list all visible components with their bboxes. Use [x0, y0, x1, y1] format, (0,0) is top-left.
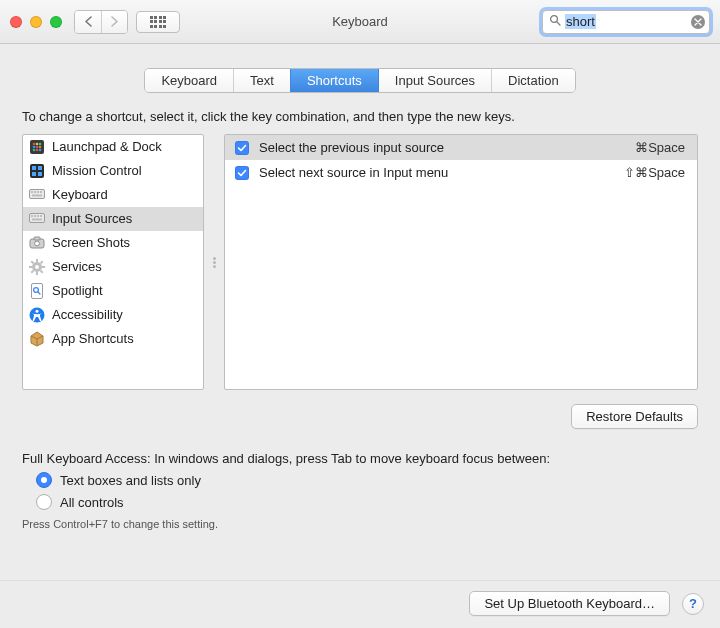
svg-line-1 — [557, 22, 560, 25]
svg-rect-18 — [31, 191, 33, 193]
shortcut-checkbox[interactable] — [235, 141, 249, 155]
category-spotlight[interactable]: Spotlight — [23, 279, 203, 303]
bottom-bar: Set Up Bluetooth Keyboard… ? — [0, 580, 720, 628]
zoom-window-button[interactable] — [50, 16, 62, 28]
chevron-left-icon — [84, 16, 93, 27]
tab-label: Shortcuts — [307, 73, 362, 88]
launchpad-icon — [29, 139, 45, 155]
close-window-button[interactable] — [10, 16, 22, 28]
forward-button[interactable] — [101, 11, 127, 33]
button-label: Set Up Bluetooth Keyboard… — [484, 596, 655, 611]
svg-point-7 — [36, 146, 39, 149]
fka-option-textboxes[interactable]: Text boxes and lists only — [36, 472, 698, 488]
category-services[interactable]: Services — [23, 255, 203, 279]
apps-icon — [29, 331, 45, 347]
category-app-shortcuts[interactable]: App Shortcuts — [23, 327, 203, 351]
tab-label: Keyboard — [161, 73, 217, 88]
shortcut-row[interactable]: Select next source in Input menu ⇧⌘Space — [225, 160, 697, 185]
grid-icon — [150, 16, 167, 28]
fka-title: Full Keyboard Access: In windows and dia… — [22, 451, 698, 466]
svg-point-33 — [35, 265, 39, 269]
check-icon — [237, 143, 247, 153]
tab-shortcuts[interactable]: Shortcuts — [290, 69, 378, 92]
close-icon — [694, 18, 702, 26]
svg-rect-15 — [32, 172, 36, 176]
tab-label: Text — [250, 73, 274, 88]
title-bar: Keyboard short — [0, 0, 720, 44]
svg-line-41 — [31, 271, 33, 273]
fka-option-allcontrols[interactable]: All controls — [36, 494, 698, 510]
tab-keyboard[interactable]: Keyboard — [145, 69, 233, 92]
svg-rect-25 — [34, 215, 36, 217]
category-mission-control[interactable]: Mission Control — [23, 159, 203, 183]
category-label: Services — [52, 257, 102, 277]
chevron-right-icon — [110, 16, 119, 27]
radio-label: All controls — [60, 495, 124, 510]
clear-search-button[interactable] — [691, 15, 705, 29]
search-input-text[interactable]: short — [565, 14, 596, 29]
svg-point-8 — [39, 146, 42, 149]
restore-defaults-button[interactable]: Restore Defaults — [571, 404, 698, 429]
tab-text[interactable]: Text — [233, 69, 290, 92]
shortcut-panes: Launchpad & Dock Mission Control Keyboar… — [22, 134, 698, 390]
radio-label: Text boxes and lists only — [60, 473, 201, 488]
shortcut-key[interactable]: ⇧⌘Space — [605, 163, 685, 182]
category-label: Launchpad & Dock — [52, 137, 162, 157]
show-all-prefs-button[interactable] — [136, 11, 180, 33]
category-launchpad[interactable]: Launchpad & Dock — [23, 135, 203, 159]
category-keyboard[interactable]: Keyboard — [23, 183, 203, 207]
button-label: Restore Defaults — [586, 409, 683, 424]
svg-rect-19 — [34, 191, 36, 193]
shortcut-label: Select the previous input source — [259, 138, 595, 157]
keyboard-icon — [29, 187, 45, 203]
help-button[interactable]: ? — [682, 593, 704, 615]
category-input-sources[interactable]: Input Sources — [23, 207, 203, 231]
category-screenshots[interactable]: Screen Shots — [23, 231, 203, 255]
fka-hint: Press Control+F7 to change this setting. — [22, 518, 698, 530]
keyboard-icon — [29, 211, 45, 227]
svg-point-6 — [33, 146, 36, 149]
shortcut-key[interactable]: ⌘Space — [605, 138, 685, 157]
gear-icon — [29, 259, 45, 275]
search-icon — [549, 14, 561, 29]
tab-label: Input Sources — [395, 73, 475, 88]
svg-rect-27 — [40, 215, 42, 217]
svg-rect-30 — [34, 237, 40, 240]
category-label: Mission Control — [52, 161, 142, 181]
svg-rect-24 — [31, 215, 33, 217]
svg-line-39 — [41, 271, 43, 273]
back-button[interactable] — [75, 11, 101, 33]
svg-rect-28 — [32, 219, 42, 221]
svg-point-31 — [35, 241, 40, 246]
tab-dictation[interactable]: Dictation — [491, 69, 575, 92]
svg-point-3 — [33, 143, 36, 146]
category-accessibility[interactable]: Accessibility — [23, 303, 203, 327]
category-list[interactable]: Launchpad & Dock Mission Control Keyboar… — [22, 134, 204, 390]
pane-splitter[interactable] — [212, 134, 216, 390]
pref-tabs: Keyboard Text Shortcuts Input Sources Di… — [144, 68, 575, 93]
tab-input-sources[interactable]: Input Sources — [378, 69, 491, 92]
minimize-window-button[interactable] — [30, 16, 42, 28]
radio-button[interactable] — [36, 472, 52, 488]
svg-rect-13 — [32, 166, 36, 170]
setup-bluetooth-keyboard-button[interactable]: Set Up Bluetooth Keyboard… — [469, 591, 670, 616]
shortcut-list[interactable]: Select the previous input source ⌘Space … — [224, 134, 698, 390]
category-label: Keyboard — [52, 185, 108, 205]
shortcut-checkbox[interactable] — [235, 166, 249, 180]
shortcut-row[interactable]: Select the previous input source ⌘Space — [225, 135, 697, 160]
radio-button[interactable] — [36, 494, 52, 510]
svg-point-11 — [39, 149, 42, 152]
category-label: Spotlight — [52, 281, 103, 301]
restore-row: Restore Defaults — [22, 404, 698, 429]
svg-rect-21 — [40, 191, 42, 193]
search-field[interactable]: short — [542, 10, 710, 34]
svg-rect-20 — [37, 191, 39, 193]
category-label: App Shortcuts — [52, 329, 134, 349]
shortcut-label: Select next source in Input menu — [259, 163, 595, 182]
svg-rect-26 — [37, 215, 39, 217]
svg-line-40 — [41, 261, 43, 263]
window-controls — [10, 16, 62, 28]
question-icon: ? — [689, 596, 697, 611]
check-icon — [237, 168, 247, 178]
nav-back-forward — [74, 10, 128, 34]
